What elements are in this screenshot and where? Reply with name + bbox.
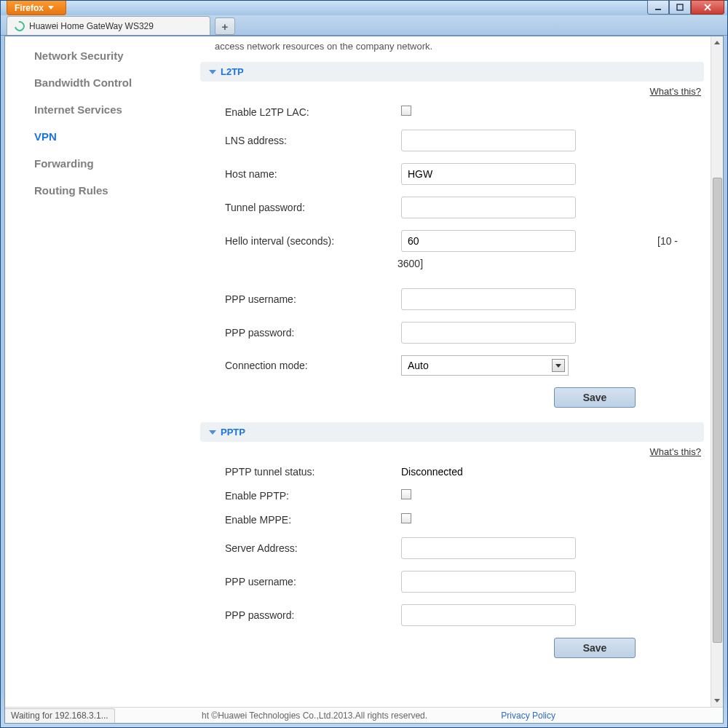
pptp-status-value: Disconnected [397, 460, 653, 483]
conn-mode-select[interactable]: Auto [401, 355, 569, 376]
section-pptp-header[interactable]: PPTP [200, 422, 704, 442]
svg-rect-1 [677, 4, 683, 10]
host-name-label: Host name: [200, 157, 397, 191]
chevron-down-icon [209, 430, 216, 435]
l2tp-ppp-pw-label: PPP password: [200, 316, 397, 349]
sidebar-item-routing-rules[interactable]: Routing Rules [5, 177, 194, 204]
pptp-ppp-pw-input[interactable] [401, 604, 576, 626]
plus-icon: + [222, 20, 229, 33]
svg-rect-0 [655, 9, 661, 10]
conn-mode-value: Auto [408, 360, 429, 371]
chevron-down-icon [209, 70, 216, 74]
scroll-up-icon[interactable] [712, 36, 723, 49]
pptp-ppp-pw-label: PPP password: [200, 598, 397, 632]
enable-mppe-checkbox[interactable] [401, 513, 411, 523]
tunnel-password-label: Tunnel password: [200, 191, 397, 224]
browser-tabstrip: Huawei Home GateWay WS329 + [1, 15, 727, 36]
conn-mode-label: Connection mode: [200, 349, 397, 381]
footer-copyright: ht ©Huawei Technologies Co.,Ltd.2013.All… [202, 711, 427, 721]
window-titlebar: Firefox [1, 1, 727, 15]
browser-status-bar: Waiting for 192.168.3.1... [5, 708, 115, 723]
dropdown-icon [552, 359, 565, 372]
l2tp-enable-label: Enable L2TP LAC: [200, 100, 397, 124]
tab-favicon-icon [12, 19, 26, 33]
enable-mppe-label: Enable MPPE: [200, 507, 397, 531]
browser-tab-active[interactable]: Huawei Home GateWay WS329 [7, 16, 210, 35]
window-controls [647, 0, 724, 15]
tunnel-password-input[interactable] [401, 197, 576, 218]
lns-address-label: LNS address: [200, 124, 397, 157]
l2tp-ppp-pw-input[interactable] [401, 322, 576, 344]
content-scrollbar[interactable] [711, 36, 723, 707]
scrollbar-thumb[interactable] [713, 178, 722, 643]
hello-interval-input[interactable] [401, 230, 576, 252]
pptp-save-button[interactable]: Save [554, 638, 636, 658]
new-tab-button[interactable]: + [215, 17, 235, 35]
sidebar-item-vpn[interactable]: VPN [5, 123, 194, 150]
sidebar-item-network-security[interactable]: Network Security [5, 42, 194, 69]
firefox-menu-label: Firefox [15, 3, 44, 13]
pptp-status-label: PPTP tunnel status: [200, 460, 397, 483]
chevron-down-icon [48, 6, 54, 9]
section-pptp-title: PPTP [221, 427, 245, 438]
lns-address-input[interactable] [401, 130, 576, 151]
sidebar-item-bandwidth-control[interactable]: Bandwidth Control [5, 69, 194, 96]
sidebar-nav: Network Security Bandwidth Control Inter… [5, 36, 194, 707]
l2tp-enable-checkbox[interactable] [401, 106, 411, 116]
l2tp-ppp-user-label: PPP username: [200, 282, 397, 316]
host-name-input[interactable] [401, 163, 576, 185]
footer-privacy-link[interactable]: Privacy Policy [501, 711, 555, 721]
pptp-form: PPTP tunnel status: Disconnected Enable … [200, 460, 704, 632]
whats-this-pptp-link[interactable]: What's this? [650, 446, 701, 457]
pptp-ppp-user-input[interactable] [401, 571, 576, 593]
page-viewport: Network Security Bandwidth Control Inter… [4, 36, 724, 724]
app-window: Firefox Huawei Home GateWay WS329 + [0, 0, 728, 728]
sidebar-item-internet-services[interactable]: Internet Services [5, 96, 194, 123]
sidebar-item-forwarding[interactable]: Forwarding [5, 150, 194, 177]
enable-pptp-label: Enable PPTP: [200, 483, 397, 507]
l2tp-save-button[interactable]: Save [554, 387, 636, 408]
l2tp-form: Enable L2TP LAC: LNS address: Host name: [200, 100, 704, 381]
server-address-input[interactable] [401, 537, 576, 559]
enable-pptp-checkbox[interactable] [401, 489, 411, 499]
server-address-label: Server Address: [200, 531, 397, 565]
tab-title: Huawei Home GateWay WS329 [29, 21, 154, 31]
l2tp-ppp-user-input[interactable] [401, 288, 576, 310]
hello-range-below: 3600] [397, 258, 653, 282]
minimize-button[interactable] [647, 0, 669, 15]
section-l2tp-title: L2TP [221, 66, 244, 77]
scroll-down-icon[interactable] [712, 695, 723, 707]
hello-range-suffix: [10 - [653, 224, 704, 258]
maximize-button[interactable] [669, 0, 691, 15]
main-content: access network resources on the company … [194, 36, 723, 707]
hello-interval-label: Hello interval (seconds): [200, 224, 397, 258]
scrollbar-track[interactable] [712, 49, 723, 695]
whats-this-l2tp-link[interactable]: What's this? [650, 86, 701, 97]
intro-text-truncated: access network resources on the company … [200, 36, 704, 58]
section-l2tp-header[interactable]: L2TP [200, 62, 704, 82]
close-button[interactable] [691, 0, 724, 15]
pptp-ppp-user-label: PPP username: [200, 565, 397, 598]
firefox-menu-button[interactable]: Firefox [7, 1, 66, 15]
